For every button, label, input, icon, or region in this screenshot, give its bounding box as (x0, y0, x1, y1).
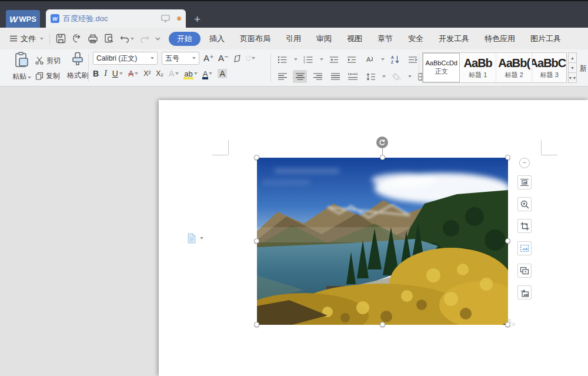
style-normal[interactable]: AaBbCcDd 正文 (423, 53, 460, 82)
formatting-marks-button[interactable] (406, 53, 420, 66)
text-effects-button[interactable]: A (169, 69, 174, 78)
styles-scroll-down[interactable]: ▼ (568, 63, 577, 73)
distribute-button[interactable] (346, 70, 360, 83)
zoom-in-button[interactable] (517, 197, 532, 211)
print-preview-button[interactable] (104, 34, 114, 44)
paste-button[interactable]: 粘贴 (9, 52, 34, 82)
copy-icon (35, 72, 44, 80)
cut-label: 剪切 (46, 56, 61, 66)
tab-picture-tools[interactable]: 图片工具 (524, 32, 567, 46)
character-shading-button[interactable]: A (218, 69, 226, 78)
paragraph-layout-icon (187, 233, 196, 244)
line-spacing-button[interactable] (363, 70, 377, 83)
style-label: 标题 2 (505, 71, 523, 79)
font-color-button[interactable]: A (203, 69, 208, 78)
subscript-button[interactable]: X₂ (156, 69, 163, 78)
tab-view[interactable]: 视图 (340, 32, 369, 46)
tab-references[interactable]: 引用 (279, 32, 308, 46)
style-sample: AaBb( (498, 56, 530, 70)
tab-insert[interactable]: 插入 (203, 32, 231, 46)
document-area[interactable]: − (0, 86, 588, 376)
resize-handle-ne[interactable] (505, 155, 510, 160)
style-heading2[interactable]: AaBb( 标题 2 (496, 53, 533, 82)
styles-scroll-up[interactable]: ▲ (568, 52, 577, 63)
resize-handle-nw[interactable] (254, 155, 259, 160)
set-transparent-button[interactable] (517, 241, 532, 255)
format-painter-button[interactable]: 格式刷 (66, 52, 89, 81)
style-heading3[interactable]: AaBbC( 标题 3 (532, 53, 566, 82)
tab-home[interactable]: 开始 (169, 32, 201, 46)
landscape-photo (257, 158, 508, 325)
group-divider (88, 54, 89, 82)
replace-image-icon (520, 288, 529, 297)
resize-handle-w[interactable] (254, 238, 259, 244)
italic-button[interactable]: I (104, 69, 107, 78)
highlight-button[interactable]: ab (184, 69, 192, 78)
superscript-button[interactable]: X² (143, 69, 151, 78)
selected-image[interactable] (257, 158, 508, 325)
resize-handle-n[interactable] (380, 155, 385, 160)
resize-cursor-ghost (507, 318, 516, 330)
undo-button[interactable] (120, 35, 134, 43)
styles-more-button[interactable]: ▼▼ (568, 73, 577, 83)
copy-button[interactable]: 复制 (35, 68, 61, 84)
format-painter-label: 格式刷 (67, 71, 88, 79)
monitor-icon[interactable] (161, 15, 170, 22)
tab-section[interactable]: 章节 (371, 32, 399, 46)
resize-handle-e[interactable] (505, 238, 510, 244)
file-menu[interactable]: 文件 (9, 34, 44, 44)
shrink-font-button[interactable]: A⁻ (218, 53, 229, 64)
grow-font-button[interactable]: A⁺ (203, 53, 214, 64)
customize-qat-button[interactable] (155, 37, 161, 41)
clear-format-button[interactable] (233, 55, 242, 62)
shading-button[interactable] (389, 70, 403, 83)
style-sample: AaBb (464, 56, 492, 70)
wrap-layout-button[interactable] (517, 175, 532, 189)
increase-indent-button[interactable] (345, 53, 359, 66)
quick-access-toolbar (56, 34, 161, 44)
zoom-in-icon (520, 200, 529, 209)
bold-button[interactable]: B (93, 69, 99, 78)
align-left-button[interactable] (275, 70, 289, 83)
document-page[interactable]: − (159, 100, 588, 376)
save-button[interactable] (56, 34, 66, 44)
resize-handle-s[interactable] (380, 322, 385, 327)
export-button[interactable] (72, 34, 82, 44)
resize-handle-sw[interactable] (254, 322, 259, 327)
align-right-button[interactable] (310, 70, 325, 83)
cut-button[interactable]: 剪切 (35, 53, 61, 68)
copy-image-button[interactable] (517, 264, 532, 278)
numbered-list-button[interactable]: 123 (301, 53, 315, 66)
undo-dropdown[interactable] (131, 38, 134, 40)
strikethrough-button[interactable]: A (128, 69, 133, 78)
tab-security[interactable]: 安全 (402, 32, 430, 46)
underline-button[interactable]: U (112, 69, 118, 78)
redo-button[interactable] (140, 35, 149, 43)
paragraph-layout-button[interactable] (187, 233, 203, 244)
text-direction-button[interactable]: A (362, 53, 376, 66)
font-family-select[interactable]: Calibri (正文) (93, 52, 158, 65)
rotate-handle[interactable] (376, 137, 388, 148)
phonetic-guide-button[interactable]: 文̈ (246, 55, 255, 62)
file-menu-label: 文件 (21, 34, 36, 44)
tab-developer[interactable]: 开发工具 (432, 32, 476, 46)
tab-review[interactable]: 审阅 (310, 32, 338, 46)
bullet-list-button[interactable] (275, 53, 289, 66)
styles-new-partial[interactable]: 新 (580, 64, 587, 74)
justify-button[interactable] (328, 70, 342, 83)
decrease-indent-button[interactable] (327, 53, 341, 66)
sort-button[interactable]: AZ (388, 53, 402, 66)
crop-button[interactable] (517, 219, 532, 233)
wps-home-button[interactable]: W WPS (6, 10, 40, 28)
style-heading1[interactable]: AaBb 标题 1 (460, 53, 496, 82)
document-tab[interactable]: W 百度经验.doc (46, 9, 186, 28)
replace-image-button[interactable] (517, 285, 532, 300)
new-tab-button[interactable]: + (194, 13, 201, 26)
collapse-toolbar-button[interactable]: − (519, 158, 530, 168)
tab-page-layout[interactable]: 页面布局 (233, 32, 277, 46)
tab-special-features[interactable]: 特色应用 (478, 32, 522, 46)
print-button[interactable] (88, 34, 98, 44)
align-center-button[interactable] (293, 70, 307, 83)
font-size-select[interactable]: 五号 (162, 52, 199, 65)
paragraph-group: 123 A AZ (275, 52, 446, 84)
